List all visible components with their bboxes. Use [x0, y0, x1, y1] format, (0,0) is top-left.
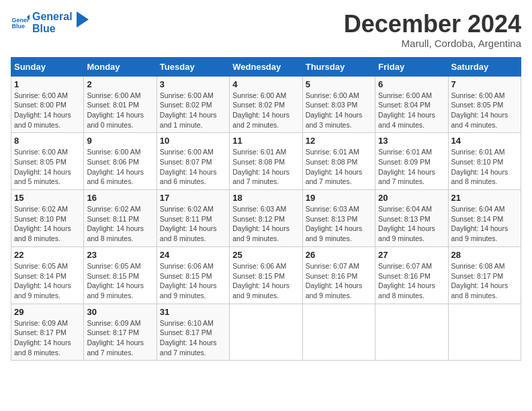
col-header-tuesday: Tuesday [157, 57, 229, 76]
day-number: 26 [306, 250, 372, 260]
day-info: Sunrise: 6:02 AMSunset: 8:11 PMDaylight:… [160, 204, 226, 244]
day-number: 11 [232, 136, 299, 146]
calendar-cell: 26Sunrise: 6:07 AMSunset: 8:16 PMDayligh… [302, 246, 375, 304]
day-number: 22 [14, 250, 81, 260]
col-header-monday: Monday [84, 57, 157, 76]
calendar-cell: 5Sunrise: 6:00 AMSunset: 8:03 PMDaylight… [302, 76, 375, 133]
calendar-cell: 31Sunrise: 6:10 AMSunset: 8:17 PMDayligh… [157, 304, 229, 361]
location-title: Marull, Cordoba, Argentina [344, 38, 521, 49]
calendar-cell: 3Sunrise: 6:00 AMSunset: 8:02 PMDaylight… [157, 76, 229, 133]
day-info: Sunrise: 6:00 AMSunset: 8:02 PMDaylight:… [232, 91, 299, 130]
day-number: 12 [306, 136, 372, 146]
day-info: Sunrise: 6:06 AMSunset: 8:15 PMDaylight:… [232, 261, 299, 301]
day-info: Sunrise: 6:03 AMSunset: 8:12 PMDaylight:… [232, 204, 299, 244]
day-info: Sunrise: 6:04 AMSunset: 8:13 PMDaylight:… [378, 204, 445, 244]
day-number: 1 [14, 79, 81, 89]
calendar-cell: 13Sunrise: 6:01 AMSunset: 8:09 PMDayligh… [375, 133, 448, 190]
day-number: 9 [87, 136, 153, 146]
calendar-cell: 10Sunrise: 6:00 AMSunset: 8:07 PMDayligh… [157, 133, 229, 190]
day-number: 19 [306, 193, 372, 203]
calendar-cell: 8Sunrise: 6:00 AMSunset: 8:05 PMDaylight… [11, 133, 84, 190]
day-number: 25 [232, 250, 299, 260]
calendar-cell: 24Sunrise: 6:06 AMSunset: 8:15 PMDayligh… [157, 246, 229, 304]
day-number: 20 [378, 193, 445, 203]
month-title: December 2024 [344, 11, 521, 38]
day-number: 4 [232, 79, 299, 89]
day-number: 15 [14, 193, 81, 203]
day-number: 30 [87, 307, 153, 317]
calendar-cell: 7Sunrise: 6:00 AMSunset: 8:05 PMDaylight… [448, 76, 521, 133]
day-number: 14 [451, 136, 518, 146]
day-info: Sunrise: 6:01 AMSunset: 8:10 PMDaylight:… [451, 147, 518, 187]
day-info: Sunrise: 6:01 AMSunset: 8:08 PMDaylight:… [306, 147, 372, 187]
calendar-cell: 27Sunrise: 6:07 AMSunset: 8:16 PMDayligh… [375, 246, 448, 304]
calendar-cell: 29Sunrise: 6:09 AMSunset: 8:17 PMDayligh… [11, 304, 84, 361]
day-info: Sunrise: 6:00 AMSunset: 8:02 PMDaylight:… [160, 91, 226, 130]
col-header-wednesday: Wednesday [230, 57, 302, 76]
day-info: Sunrise: 6:04 AMSunset: 8:14 PMDaylight:… [451, 204, 518, 244]
calendar-cell: 20Sunrise: 6:04 AMSunset: 8:13 PMDayligh… [375, 190, 448, 247]
logo: General Blue General Blue [11, 11, 89, 34]
col-header-friday: Friday [375, 57, 448, 76]
logo-text-1: General [32, 11, 73, 23]
day-number: 6 [378, 79, 445, 89]
day-number: 7 [451, 79, 518, 89]
day-info: Sunrise: 6:00 AMSunset: 8:00 PMDaylight:… [14, 91, 81, 130]
calendar-cell: 25Sunrise: 6:06 AMSunset: 8:15 PMDayligh… [230, 246, 302, 304]
day-number: 10 [160, 136, 226, 146]
svg-marker-4 [77, 11, 89, 28]
calendar-cell: 14Sunrise: 6:01 AMSunset: 8:10 PMDayligh… [448, 133, 521, 190]
title-area: December 2024 Marull, Cordoba, Argentina [344, 11, 521, 49]
calendar-table: SundayMondayTuesdayWednesdayThursdayFrid… [11, 57, 521, 361]
day-number: 2 [87, 79, 153, 89]
day-number: 23 [87, 250, 153, 260]
day-info: Sunrise: 6:00 AMSunset: 8:05 PMDaylight:… [451, 91, 518, 130]
day-info: Sunrise: 6:08 AMSunset: 8:17 PMDaylight:… [451, 261, 518, 301]
calendar-cell [375, 304, 448, 361]
calendar-cell: 22Sunrise: 6:05 AMSunset: 8:14 PMDayligh… [11, 246, 84, 304]
calendar-cell: 23Sunrise: 6:05 AMSunset: 8:15 PMDayligh… [84, 246, 157, 304]
day-number: 16 [87, 193, 153, 203]
calendar-cell: 12Sunrise: 6:01 AMSunset: 8:08 PMDayligh… [302, 133, 375, 190]
calendar-cell: 11Sunrise: 6:01 AMSunset: 8:08 PMDayligh… [230, 133, 302, 190]
calendar-cell: 19Sunrise: 6:03 AMSunset: 8:13 PMDayligh… [302, 190, 375, 247]
day-info: Sunrise: 6:10 AMSunset: 8:17 PMDaylight:… [160, 318, 226, 358]
day-number: 5 [306, 79, 372, 89]
calendar-cell: 9Sunrise: 6:00 AMSunset: 8:06 PMDaylight… [84, 133, 157, 190]
calendar-cell: 2Sunrise: 6:00 AMSunset: 8:01 PMDaylight… [84, 76, 157, 133]
day-number: 13 [378, 136, 445, 146]
calendar-cell: 16Sunrise: 6:02 AMSunset: 8:11 PMDayligh… [84, 190, 157, 247]
calendar-cell [448, 304, 521, 361]
day-info: Sunrise: 6:02 AMSunset: 8:10 PMDaylight:… [14, 204, 81, 244]
logo-arrow-icon [77, 11, 89, 28]
day-number: 17 [160, 193, 226, 203]
day-info: Sunrise: 6:03 AMSunset: 8:13 PMDaylight:… [306, 204, 372, 244]
day-info: Sunrise: 6:05 AMSunset: 8:15 PMDaylight:… [87, 261, 153, 301]
day-info: Sunrise: 6:00 AMSunset: 8:04 PMDaylight:… [378, 91, 445, 130]
calendar-cell: 28Sunrise: 6:08 AMSunset: 8:17 PMDayligh… [448, 246, 521, 304]
day-info: Sunrise: 6:06 AMSunset: 8:15 PMDaylight:… [160, 261, 226, 301]
day-info: Sunrise: 6:05 AMSunset: 8:14 PMDaylight:… [14, 261, 81, 301]
day-number: 27 [378, 250, 445, 260]
day-number: 8 [14, 136, 81, 146]
logo-text-2: Blue [32, 23, 73, 35]
day-number: 21 [451, 193, 518, 203]
day-info: Sunrise: 6:02 AMSunset: 8:11 PMDaylight:… [87, 204, 153, 244]
day-number: 18 [232, 193, 299, 203]
day-info: Sunrise: 6:00 AMSunset: 8:05 PMDaylight:… [14, 147, 81, 187]
col-header-thursday: Thursday [302, 57, 375, 76]
day-info: Sunrise: 6:00 AMSunset: 8:03 PMDaylight:… [306, 91, 372, 130]
day-info: Sunrise: 6:09 AMSunset: 8:17 PMDaylight:… [87, 318, 153, 358]
calendar-cell: 30Sunrise: 6:09 AMSunset: 8:17 PMDayligh… [84, 304, 157, 361]
svg-text:General: General [11, 16, 30, 23]
calendar-cell: 15Sunrise: 6:02 AMSunset: 8:10 PMDayligh… [11, 190, 84, 247]
day-info: Sunrise: 6:07 AMSunset: 8:16 PMDaylight:… [378, 261, 445, 301]
calendar-cell: 18Sunrise: 6:03 AMSunset: 8:12 PMDayligh… [230, 190, 302, 247]
day-number: 31 [160, 307, 226, 317]
calendar-cell: 6Sunrise: 6:00 AMSunset: 8:04 PMDaylight… [375, 76, 448, 133]
header: General Blue General Blue December 2024 … [11, 11, 521, 49]
day-info: Sunrise: 6:00 AMSunset: 8:01 PMDaylight:… [87, 91, 153, 130]
col-header-saturday: Saturday [448, 57, 521, 76]
day-info: Sunrise: 6:09 AMSunset: 8:17 PMDaylight:… [14, 318, 81, 358]
calendar-cell [230, 304, 302, 361]
